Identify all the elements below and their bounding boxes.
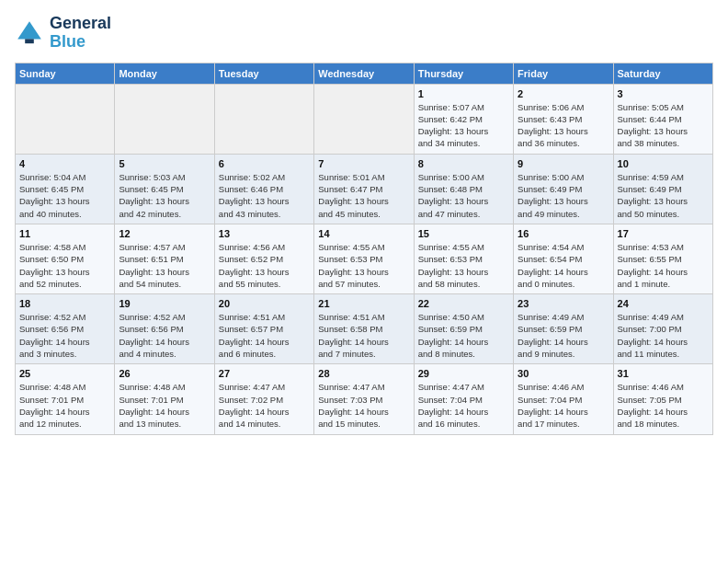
day-info: Sunrise: 5:00 AM Sunset: 6:48 PM Dayligh… [418, 171, 509, 220]
day-info: Sunrise: 4:48 AM Sunset: 7:01 PM Dayligh… [119, 381, 210, 430]
day-info: Sunrise: 5:01 AM Sunset: 6:47 PM Dayligh… [318, 171, 409, 220]
day-number: 24 [618, 298, 709, 309]
calendar-cell: 1Sunrise: 5:07 AM Sunset: 6:42 PM Daylig… [414, 84, 513, 154]
svg-marker-0 [17, 21, 41, 39]
weekday-header-monday: Monday [115, 63, 214, 84]
day-number: 31 [618, 368, 709, 379]
calendar-cell [115, 84, 214, 154]
calendar-cell: 16Sunrise: 4:54 AM Sunset: 6:54 PM Dayli… [514, 224, 613, 293]
calendar-cell: 2Sunrise: 5:06 AM Sunset: 6:43 PM Daylig… [514, 84, 613, 154]
calendar-cell [16, 84, 115, 154]
day-info: Sunrise: 4:47 AM Sunset: 7:02 PM Dayligh… [219, 381, 310, 430]
calendar-cell: 11Sunrise: 4:58 AM Sunset: 6:50 PM Dayli… [16, 224, 115, 293]
calendar-week-2: 4Sunrise: 5:04 AM Sunset: 6:45 PM Daylig… [16, 154, 713, 224]
calendar-cell: 20Sunrise: 4:51 AM Sunset: 6:57 PM Dayli… [214, 294, 313, 364]
day-info: Sunrise: 4:55 AM Sunset: 6:53 PM Dayligh… [418, 241, 509, 290]
calendar-week-4: 18Sunrise: 4:52 AM Sunset: 6:56 PM Dayli… [16, 294, 713, 364]
calendar-cell: 24Sunrise: 4:49 AM Sunset: 7:00 PM Dayli… [613, 294, 712, 364]
day-info: Sunrise: 4:59 AM Sunset: 6:49 PM Dayligh… [618, 171, 709, 220]
day-info: Sunrise: 4:49 AM Sunset: 7:00 PM Dayligh… [618, 311, 709, 360]
calendar-body: 1Sunrise: 5:07 AM Sunset: 6:42 PM Daylig… [16, 84, 713, 434]
day-number: 30 [518, 368, 609, 379]
calendar-cell: 7Sunrise: 5:01 AM Sunset: 6:47 PM Daylig… [314, 154, 414, 224]
calendar-week-5: 25Sunrise: 4:48 AM Sunset: 7:01 PM Dayli… [16, 364, 713, 434]
calendar-cell: 13Sunrise: 4:56 AM Sunset: 6:52 PM Dayli… [214, 224, 313, 293]
calendar-cell: 17Sunrise: 4:53 AM Sunset: 6:55 PM Dayli… [613, 224, 712, 293]
day-info: Sunrise: 5:00 AM Sunset: 6:49 PM Dayligh… [518, 171, 609, 220]
calendar-cell: 22Sunrise: 4:50 AM Sunset: 6:59 PM Dayli… [414, 294, 513, 364]
day-number: 20 [219, 298, 310, 309]
day-info: Sunrise: 4:46 AM Sunset: 7:05 PM Dayligh… [618, 381, 709, 430]
day-number: 21 [318, 298, 409, 309]
weekday-header-wednesday: Wednesday [314, 63, 414, 84]
calendar-cell: 9Sunrise: 5:00 AM Sunset: 6:49 PM Daylig… [514, 154, 613, 224]
day-number: 4 [19, 158, 110, 169]
calendar-cell: 30Sunrise: 4:46 AM Sunset: 7:04 PM Dayli… [514, 364, 613, 434]
calendar-cell: 14Sunrise: 4:55 AM Sunset: 6:53 PM Dayli… [314, 224, 414, 293]
day-number: 6 [219, 158, 310, 169]
weekday-header-saturday: Saturday [613, 63, 712, 84]
day-number: 28 [318, 368, 409, 379]
day-number: 5 [119, 158, 210, 169]
day-info: Sunrise: 4:48 AM Sunset: 7:01 PM Dayligh… [19, 381, 110, 430]
calendar-cell: 31Sunrise: 4:46 AM Sunset: 7:05 PM Dayli… [613, 364, 712, 434]
day-info: Sunrise: 4:47 AM Sunset: 7:03 PM Dayligh… [318, 381, 409, 430]
calendar-cell: 27Sunrise: 4:47 AM Sunset: 7:02 PM Dayli… [214, 364, 313, 434]
day-number: 22 [418, 298, 509, 309]
day-number: 18 [19, 298, 110, 309]
calendar-cell [214, 84, 313, 154]
calendar-cell: 15Sunrise: 4:55 AM Sunset: 6:53 PM Dayli… [414, 224, 513, 293]
day-number: 16 [518, 228, 609, 239]
day-info: Sunrise: 4:56 AM Sunset: 6:52 PM Dayligh… [219, 241, 310, 290]
day-info: Sunrise: 4:51 AM Sunset: 6:58 PM Dayligh… [318, 311, 409, 360]
day-info: Sunrise: 4:50 AM Sunset: 6:59 PM Dayligh… [418, 311, 509, 360]
calendar-cell [314, 84, 414, 154]
day-info: Sunrise: 4:49 AM Sunset: 6:59 PM Dayligh… [518, 311, 609, 360]
svg-rect-1 [25, 39, 34, 43]
day-number: 14 [318, 228, 409, 239]
calendar-cell: 19Sunrise: 4:52 AM Sunset: 6:56 PM Dayli… [115, 294, 214, 364]
day-info: Sunrise: 5:06 AM Sunset: 6:43 PM Dayligh… [518, 101, 609, 150]
calendar-cell: 28Sunrise: 4:47 AM Sunset: 7:03 PM Dayli… [314, 364, 414, 434]
day-number: 13 [219, 228, 310, 239]
day-number: 9 [518, 158, 609, 169]
day-number: 15 [418, 228, 509, 239]
day-info: Sunrise: 5:07 AM Sunset: 6:42 PM Dayligh… [418, 101, 509, 150]
calendar-cell: 25Sunrise: 4:48 AM Sunset: 7:01 PM Dayli… [16, 364, 115, 434]
day-number: 10 [618, 158, 709, 169]
day-info: Sunrise: 4:57 AM Sunset: 6:51 PM Dayligh… [119, 241, 210, 290]
weekday-header-row: SundayMondayTuesdayWednesdayThursdayFrid… [16, 63, 713, 84]
calendar-cell: 12Sunrise: 4:57 AM Sunset: 6:51 PM Dayli… [115, 224, 214, 293]
day-number: 27 [219, 368, 310, 379]
calendar-cell: 3Sunrise: 5:05 AM Sunset: 6:44 PM Daylig… [613, 84, 712, 154]
calendar-header: SundayMondayTuesdayWednesdayThursdayFrid… [16, 63, 713, 84]
calendar-cell: 10Sunrise: 4:59 AM Sunset: 6:49 PM Dayli… [613, 154, 712, 224]
day-info: Sunrise: 5:02 AM Sunset: 6:46 PM Dayligh… [219, 171, 310, 220]
calendar-table: SundayMondayTuesdayWednesdayThursdayFrid… [15, 63, 713, 435]
logo: General Blue [15, 15, 111, 52]
day-info: Sunrise: 5:04 AM Sunset: 6:45 PM Dayligh… [19, 171, 110, 220]
day-number: 11 [19, 228, 110, 239]
calendar-cell: 21Sunrise: 4:51 AM Sunset: 6:58 PM Dayli… [314, 294, 414, 364]
day-info: Sunrise: 5:03 AM Sunset: 6:45 PM Dayligh… [119, 171, 210, 220]
logo-icon [15, 18, 44, 48]
calendar-cell: 4Sunrise: 5:04 AM Sunset: 6:45 PM Daylig… [16, 154, 115, 224]
day-info: Sunrise: 4:46 AM Sunset: 7:04 PM Dayligh… [518, 381, 609, 430]
day-info: Sunrise: 4:58 AM Sunset: 6:50 PM Dayligh… [19, 241, 110, 290]
day-number: 8 [418, 158, 509, 169]
calendar-cell: 8Sunrise: 5:00 AM Sunset: 6:48 PM Daylig… [414, 154, 513, 224]
day-number: 12 [119, 228, 210, 239]
calendar-cell: 6Sunrise: 5:02 AM Sunset: 6:46 PM Daylig… [214, 154, 313, 224]
day-info: Sunrise: 4:52 AM Sunset: 6:56 PM Dayligh… [119, 311, 210, 360]
weekday-header-tuesday: Tuesday [214, 63, 313, 84]
day-info: Sunrise: 4:51 AM Sunset: 6:57 PM Dayligh… [219, 311, 310, 360]
calendar-cell: 29Sunrise: 4:47 AM Sunset: 7:04 PM Dayli… [414, 364, 513, 434]
weekday-header-thursday: Thursday [414, 63, 513, 84]
day-number: 7 [318, 158, 409, 169]
day-number: 17 [618, 228, 709, 239]
weekday-header-friday: Friday [514, 63, 613, 84]
day-number: 26 [119, 368, 210, 379]
calendar-cell: 5Sunrise: 5:03 AM Sunset: 6:45 PM Daylig… [115, 154, 214, 224]
calendar-week-1: 1Sunrise: 5:07 AM Sunset: 6:42 PM Daylig… [16, 84, 713, 154]
day-info: Sunrise: 4:53 AM Sunset: 6:55 PM Dayligh… [618, 241, 709, 290]
